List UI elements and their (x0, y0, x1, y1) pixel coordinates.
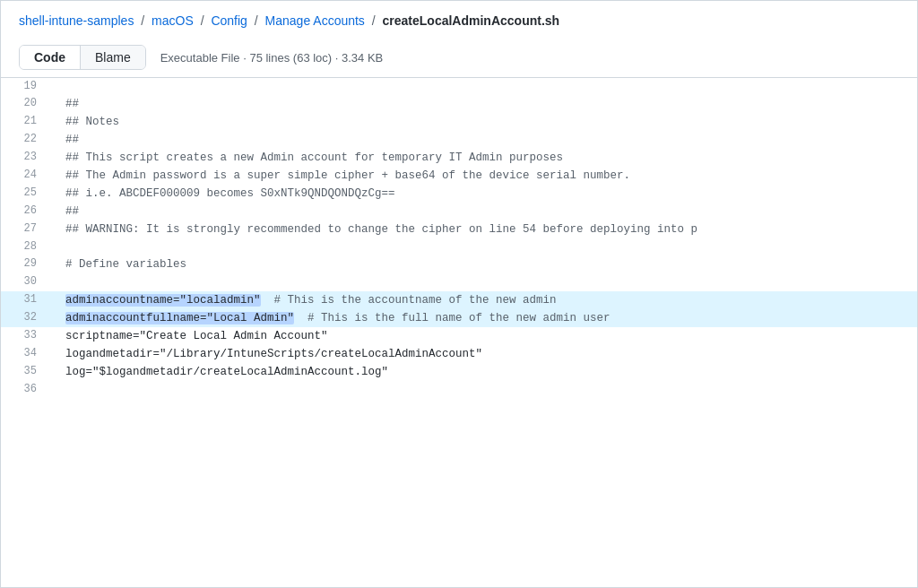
line-code: ## WARNING: It is strongly recommended t… (51, 220, 917, 238)
line-number: 36 (1, 381, 51, 398)
tab-group: Code Blame (19, 45, 146, 70)
line-number: 33 (1, 327, 51, 345)
line-code (51, 381, 917, 398)
table-row: 35log="$logandmetadir/createLocalAdminAc… (1, 363, 917, 381)
line-number: 24 (1, 167, 51, 185)
tab-blame[interactable]: Blame (81, 46, 145, 69)
line-number: 31 (1, 291, 51, 309)
tab-code[interactable]: Code (20, 46, 81, 69)
table-row: 23## This script creates a new Admin acc… (1, 149, 917, 167)
line-code: adminaccountname="localadmin" # This is … (51, 291, 917, 309)
table-row: 34logandmetadir="/Library/IntuneScripts/… (1, 345, 917, 363)
line-number: 27 (1, 220, 51, 238)
table-row: 27## WARNING: It is strongly recommended… (1, 220, 917, 238)
line-code: log="$logandmetadir/createLocalAdminAcco… (51, 363, 917, 381)
line-code: ## i.e. ABCDEF000009 becomes S0xNTk9QNDQ… (51, 185, 917, 203)
file-toolbar: Code Blame Executable File · 75 lines (6… (1, 38, 917, 78)
table-row: 28 (1, 238, 917, 255)
breadcrumb-separator-2: / (201, 13, 204, 28)
breadcrumb-link-manage-accounts[interactable]: Manage Accounts (265, 13, 365, 28)
line-code (51, 78, 917, 95)
breadcrumb: shell-intune-samples / macOS / Config / … (1, 1, 917, 38)
line-number: 29 (1, 255, 51, 273)
line-code: # Define variables (51, 255, 917, 273)
table-row: 26## (1, 203, 917, 220)
line-number: 34 (1, 345, 51, 363)
line-number: 20 (1, 95, 51, 113)
table-row: 20## (1, 95, 917, 113)
table-row: 36 (1, 381, 917, 398)
breadcrumb-link-repo[interactable]: shell-intune-samples (19, 13, 134, 28)
line-number: 26 (1, 203, 51, 220)
table-row: 21## Notes (1, 113, 917, 131)
breadcrumb-separator-4: / (372, 13, 376, 28)
table-row: 29# Define variables (1, 255, 917, 273)
line-number: 19 (1, 78, 51, 95)
file-meta: Executable File · 75 lines (63 loc) · 3.… (160, 51, 384, 65)
line-number: 35 (1, 363, 51, 381)
line-number: 23 (1, 149, 51, 167)
table-row: 32adminaccountfullname="Local Admin" # T… (1, 309, 917, 327)
line-code: logandmetadir="/Library/IntuneScripts/cr… (51, 345, 917, 363)
line-number: 25 (1, 185, 51, 203)
breadcrumb-separator-1: / (141, 13, 144, 28)
table-row: 24## The Admin password is a super simpl… (1, 167, 917, 185)
line-code: ## (51, 95, 917, 113)
line-number: 30 (1, 273, 51, 290)
code-container[interactable]: 1920##21## Notes22##23## This script cre… (1, 78, 917, 587)
table-row: 19 (1, 78, 917, 95)
line-code: ## The Admin password is a super simple … (51, 167, 917, 185)
table-row: 30 (1, 273, 917, 290)
line-code (51, 238, 917, 255)
table-row: 22## (1, 131, 917, 149)
breadcrumb-link-macos[interactable]: macOS (152, 13, 194, 28)
line-number: 32 (1, 309, 51, 327)
code-table: 1920##21## Notes22##23## This script cre… (1, 78, 917, 398)
line-code: ## Notes (51, 113, 917, 131)
table-row: 33scriptname="Create Local Admin Account… (1, 327, 917, 345)
breadcrumb-link-config[interactable]: Config (211, 13, 247, 28)
line-code: scriptname="Create Local Admin Account" (51, 327, 917, 345)
line-number: 21 (1, 113, 51, 131)
line-code (51, 273, 917, 290)
line-number: 28 (1, 238, 51, 255)
line-code: adminaccountfullname="Local Admin" # Thi… (51, 309, 917, 327)
line-number: 22 (1, 131, 51, 149)
line-code: ## This script creates a new Admin accou… (51, 149, 917, 167)
page-container: shell-intune-samples / macOS / Config / … (0, 0, 918, 588)
breadcrumb-separator-3: / (255, 13, 258, 28)
breadcrumb-current-file: createLocalAdminAccount.sh (383, 13, 560, 28)
table-row: 31adminaccountname="localadmin" # This i… (1, 291, 917, 309)
line-code: ## (51, 203, 917, 220)
table-row: 25## i.e. ABCDEF000009 becomes S0xNTk9QN… (1, 185, 917, 203)
line-code: ## (51, 131, 917, 149)
